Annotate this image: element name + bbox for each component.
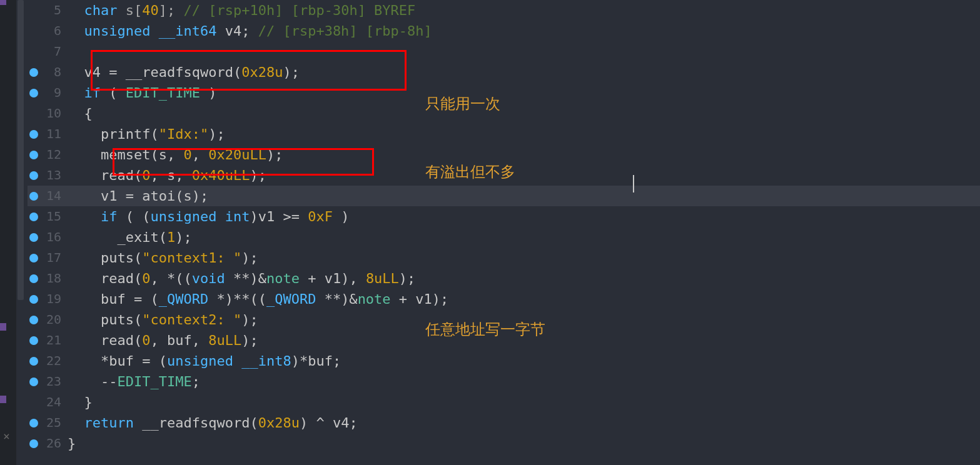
breakpoint-dot[interactable] <box>29 130 38 139</box>
breakpoint-gutter[interactable] <box>28 0 43 21</box>
breakpoint-gutter[interactable] <box>28 124 43 144</box>
breakpoint-gutter[interactable] <box>28 351 43 371</box>
line-number: 20 <box>43 309 68 330</box>
line-number: 6 <box>43 21 68 41</box>
purple-marker <box>0 396 6 403</box>
code-line[interactable]: 24 } <box>28 392 980 412</box>
code-line[interactable]: 25 return __readfsqword(0x28u) ^ v4; <box>28 412 980 433</box>
code-line[interactable]: 6 unsigned __int64 v4; // [rsp+38h] [rbp… <box>28 21 980 41</box>
breakpoint-gutter[interactable] <box>28 186 43 206</box>
breakpoint-gutter[interactable] <box>28 82 43 103</box>
breakpoint-dot[interactable] <box>29 212 38 221</box>
breakpoint-gutter[interactable] <box>28 62 43 82</box>
code-line[interactable]: 26} <box>28 433 980 454</box>
line-number: 17 <box>43 248 68 268</box>
breakpoint-gutter[interactable] <box>28 227 43 248</box>
breakpoint-gutter[interactable] <box>28 268 43 289</box>
code-content[interactable]: buf = (_QWORD *)**((_QWORD **)&note + v1… <box>68 289 980 309</box>
line-number: 24 <box>43 392 68 412</box>
breakpoint-gutter[interactable] <box>28 103 43 124</box>
breakpoint-dot[interactable] <box>29 151 38 159</box>
code-content[interactable]: printf("Idx:"); <box>68 124 980 144</box>
breakpoint-gutter[interactable] <box>28 21 43 41</box>
close-icon[interactable]: × <box>3 426 10 446</box>
breakpoint-gutter[interactable] <box>28 144 43 165</box>
breakpoint-gutter[interactable] <box>28 248 43 268</box>
code-line[interactable]: 19 buf = (_QWORD *)**((_QWORD **)&note +… <box>28 289 980 309</box>
breakpoint-dot[interactable] <box>29 254 38 262</box>
code-line[interactable]: 9 if ( EDIT_TIME ) <box>28 82 980 103</box>
breakpoint-dot[interactable] <box>29 357 38 366</box>
line-number: 25 <box>43 412 68 433</box>
breakpoint-gutter[interactable] <box>28 41 43 62</box>
left-sidebar: × <box>0 0 16 465</box>
breakpoint-gutter[interactable] <box>28 392 43 412</box>
code-line[interactable]: 11 printf("Idx:"); <box>28 124 980 144</box>
code-line[interactable]: 5 char s[40]; // [rsp+10h] [rbp-30h] BYR… <box>28 0 980 21</box>
breakpoint-gutter[interactable] <box>28 330 43 351</box>
code-area[interactable]: 5 char s[40]; // [rsp+10h] [rbp-30h] BYR… <box>25 0 980 465</box>
line-number: 11 <box>43 124 68 144</box>
code-content[interactable]: read(0, *((void **)&note + v1), 8uLL); <box>68 268 980 289</box>
breakpoint-dot[interactable] <box>29 295 38 304</box>
code-line[interactable]: 10 { <box>28 103 980 124</box>
line-number: 10 <box>43 103 68 124</box>
code-content[interactable]: if ( (unsigned int)v1 >= 0xF ) <box>68 206 980 227</box>
line-number: 23 <box>43 371 68 392</box>
breakpoint-dot[interactable] <box>29 192 38 201</box>
breakpoint-dot[interactable] <box>29 336 38 345</box>
code-content[interactable]: unsigned __int64 v4; // [rsp+38h] [rbp-8… <box>68 21 980 41</box>
line-number: 14 <box>43 186 68 206</box>
code-content[interactable]: v4 = __readfsqword(0x28u); <box>68 62 980 82</box>
code-content[interactable]: return __readfsqword(0x28u) ^ v4; <box>68 412 980 433</box>
code-line[interactable]: 22 *buf = (unsigned __int8)*buf; <box>28 351 980 371</box>
breakpoint-dot[interactable] <box>29 233 38 242</box>
breakpoint-gutter[interactable] <box>28 433 43 454</box>
code-line[interactable]: 23 --EDIT_TIME; <box>28 371 980 392</box>
code-line[interactable]: 17 puts("context1: "); <box>28 248 980 268</box>
annotation-text: 有溢出但不多 <box>425 161 515 182</box>
line-number: 13 <box>43 165 68 186</box>
code-content[interactable]: --EDIT_TIME; <box>68 371 980 392</box>
code-content[interactable]: *buf = (unsigned __int8)*buf; <box>68 351 980 371</box>
code-content[interactable]: if ( EDIT_TIME ) <box>68 82 980 103</box>
code-line[interactable]: 15 if ( (unsigned int)v1 >= 0xF ) <box>28 206 980 227</box>
breakpoint-dot[interactable] <box>29 439 38 448</box>
code-line[interactable]: 7 <box>28 41 980 62</box>
breakpoint-dot[interactable] <box>29 171 38 180</box>
scrollbar-thumb[interactable] <box>18 0 24 300</box>
breakpoint-gutter[interactable] <box>28 289 43 309</box>
code-line[interactable]: 18 read(0, *((void **)&note + v1), 8uLL)… <box>28 268 980 289</box>
line-number: 7 <box>43 41 68 62</box>
breakpoint-dot[interactable] <box>29 68 38 77</box>
line-number: 16 <box>43 227 68 248</box>
breakpoint-dot[interactable] <box>29 378 38 386</box>
breakpoint-gutter[interactable] <box>28 371 43 392</box>
breakpoint-dot[interactable] <box>29 274 38 283</box>
breakpoint-gutter[interactable] <box>28 206 43 227</box>
code-content[interactable]: char s[40]; // [rsp+10h] [rbp-30h] BYREF <box>68 0 980 21</box>
code-content[interactable]: } <box>68 433 980 454</box>
code-line[interactable]: 14 v1 = atoi(s); <box>28 186 980 206</box>
code-content[interactable]: memset(s, 0, 0x20uLL); <box>68 144 980 165</box>
code-content[interactable]: } <box>68 392 980 412</box>
code-line[interactable]: 16 _exit(1); <box>28 227 980 248</box>
breakpoint-gutter[interactable] <box>28 309 43 330</box>
code-content[interactable] <box>68 41 980 62</box>
code-line[interactable]: 8 v4 = __readfsqword(0x28u); <box>28 62 980 82</box>
code-content[interactable]: puts("context1: "); <box>68 248 980 268</box>
purple-marker <box>0 0 6 5</box>
breakpoint-gutter[interactable] <box>28 412 43 433</box>
code-content[interactable]: read(0, s, 0x40uLL); <box>68 165 980 186</box>
scrollbar-gutter <box>16 0 25 465</box>
code-content[interactable]: v1 = atoi(s); <box>68 186 980 206</box>
code-editor: × 5 char s[40]; // [rsp+10h] [rbp-30h] B… <box>0 0 980 465</box>
line-number: 8 <box>43 62 68 82</box>
breakpoint-dot[interactable] <box>29 89 38 98</box>
annotation-text: 任意地址写一字节 <box>425 319 545 339</box>
code-content[interactable]: { <box>68 103 980 124</box>
code-content[interactable]: _exit(1); <box>68 227 980 248</box>
breakpoint-dot[interactable] <box>29 316 38 324</box>
breakpoint-gutter[interactable] <box>28 165 43 186</box>
breakpoint-dot[interactable] <box>29 419 38 428</box>
